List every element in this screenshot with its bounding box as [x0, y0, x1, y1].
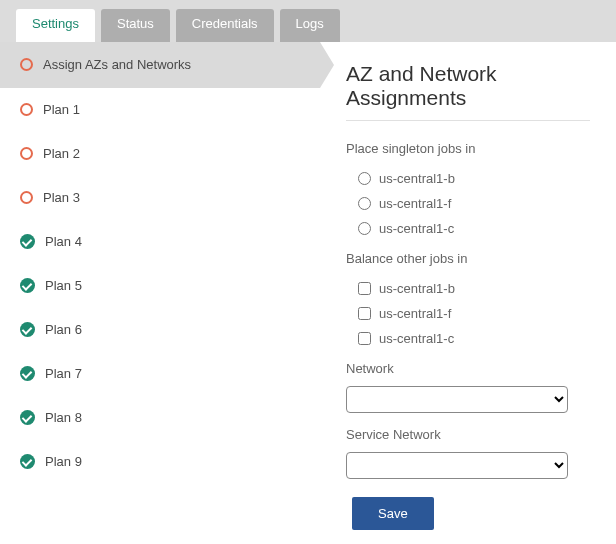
sidebar-item-8[interactable]: Plan 8 — [0, 396, 320, 440]
balance-checkbox[interactable] — [358, 332, 371, 345]
sidebar-item-label: Plan 6 — [45, 322, 82, 337]
network-label: Network — [346, 361, 590, 376]
check-icon — [20, 234, 35, 249]
singleton-option-label: us-central1-c — [379, 221, 454, 236]
sidebar-item-2[interactable]: Plan 2 — [0, 132, 320, 176]
save-button[interactable]: Save — [352, 497, 434, 530]
singleton-radio[interactable] — [358, 172, 371, 185]
balance-checkbox[interactable] — [358, 282, 371, 295]
balance-checkbox[interactable] — [358, 307, 371, 320]
singleton-option[interactable]: us-central1-f — [346, 191, 590, 216]
sidebar-item-0[interactable]: Assign AZs and Networks — [0, 42, 320, 88]
sidebar-item-label: Plan 4 — [45, 234, 82, 249]
check-icon — [20, 278, 35, 293]
service-network-select[interactable] — [346, 452, 568, 479]
sidebar-item-label: Plan 2 — [43, 146, 80, 161]
balance-option-label: us-central1-f — [379, 306, 451, 321]
singleton-option-label: us-central1-f — [379, 196, 451, 211]
circle-icon — [20, 103, 33, 116]
sidebar-item-label: Plan 9 — [45, 454, 82, 469]
service-network-label: Service Network — [346, 427, 590, 442]
singleton-radio[interactable] — [358, 222, 371, 235]
sidebar-item-1[interactable]: Plan 1 — [0, 88, 320, 132]
sidebar-item-label: Plan 5 — [45, 278, 82, 293]
sidebar-item-label: Plan 7 — [45, 366, 82, 381]
sidebar-item-4[interactable]: Plan 4 — [0, 220, 320, 264]
balance-option-label: us-central1-c — [379, 331, 454, 346]
sidebar-item-9[interactable]: Plan 9 — [0, 440, 320, 484]
singleton-radio[interactable] — [358, 197, 371, 210]
tab-credentials[interactable]: Credentials — [176, 9, 274, 42]
balance-option[interactable]: us-central1-b — [346, 276, 590, 301]
tab-logs[interactable]: Logs — [280, 9, 340, 42]
tab-status[interactable]: Status — [101, 9, 170, 42]
singleton-option-label: us-central1-b — [379, 171, 455, 186]
sidebar-item-7[interactable]: Plan 7 — [0, 352, 320, 396]
check-icon — [20, 322, 35, 337]
singleton-option[interactable]: us-central1-c — [346, 216, 590, 241]
page-title: AZ and Network Assignments — [346, 62, 590, 110]
network-select[interactable] — [346, 386, 568, 413]
check-icon — [20, 454, 35, 469]
sidebar-item-label: Plan 1 — [43, 102, 80, 117]
sidebar: Assign AZs and NetworksPlan 1Plan 2Plan … — [0, 42, 320, 544]
sidebar-item-3[interactable]: Plan 3 — [0, 176, 320, 220]
tab-settings[interactable]: Settings — [16, 9, 95, 42]
singleton-label: Place singleton jobs in — [346, 141, 590, 156]
sidebar-item-label: Assign AZs and Networks — [43, 57, 191, 72]
check-icon — [20, 366, 35, 381]
sidebar-item-5[interactable]: Plan 5 — [0, 264, 320, 308]
tab-bar: SettingsStatusCredentialsLogs — [0, 0, 616, 42]
balance-option-label: us-central1-b — [379, 281, 455, 296]
check-icon — [20, 410, 35, 425]
sidebar-item-6[interactable]: Plan 6 — [0, 308, 320, 352]
sidebar-item-label: Plan 3 — [43, 190, 80, 205]
circle-icon — [20, 58, 33, 71]
main-panel: AZ and Network Assignments Place singlet… — [320, 42, 616, 544]
singleton-option[interactable]: us-central1-b — [346, 166, 590, 191]
circle-icon — [20, 147, 33, 160]
balance-label: Balance other jobs in — [346, 251, 590, 266]
balance-option[interactable]: us-central1-c — [346, 326, 590, 351]
divider — [346, 120, 590, 121]
sidebar-item-label: Plan 8 — [45, 410, 82, 425]
balance-option[interactable]: us-central1-f — [346, 301, 590, 326]
circle-icon — [20, 191, 33, 204]
